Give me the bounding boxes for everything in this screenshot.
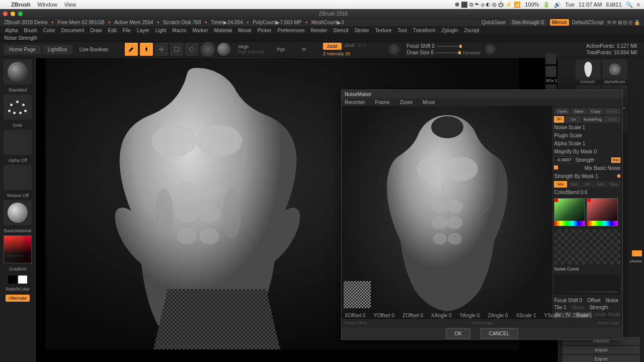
window-menu[interactable]: Window [38,2,57,8]
export-button[interactable]: Export [562,355,640,362]
alpha-preview[interactable] [554,229,620,264]
alpha-scale-slider[interactable]: Alpha Scale 1 [554,140,620,147]
zcut-button[interactable]: Zcut [358,43,367,50]
tool-alphabrush[interactable] [602,59,627,79]
nm-save[interactable]: Save [571,108,587,115]
menus-toggle[interactable]: Menus [550,19,569,26]
seethrough-slider[interactable]: See-through 0 [509,19,546,26]
liveboolean-button[interactable]: Live Boolean [74,45,114,54]
zoom-icon[interactable] [18,12,23,16]
rotate-icon[interactable] [185,43,198,56]
colorblend-slider[interactable]: ColorBlend 0.6 [554,189,620,196]
quicksave-button[interactable]: QuickSave [481,20,506,25]
color-swatch-2[interactable] [587,198,618,226]
zoffset-slider[interactable]: ZOffset 0 [403,313,423,318]
blend-mix[interactable]: Mix [554,181,567,188]
menu-tool[interactable]: Tool [397,28,407,33]
menu-color[interactable]: Color [43,28,55,33]
draw-mode-icon[interactable] [140,43,153,56]
edit-mode-icon[interactable] [125,43,138,56]
menu-render[interactable]: Render [311,28,328,33]
menu-layer[interactable]: Layer [137,28,149,33]
rel-button[interactable]: Rel [611,157,620,163]
noise-scale-slider[interactable]: Noise Scale 1 [554,124,620,131]
rgb-button[interactable]: Rgb [277,47,285,52]
nm-steps[interactable]: Steps [572,305,585,310]
draw-size-slider[interactable]: Draw Size 6 [407,50,434,55]
brush-thumb[interactable] [4,59,32,84]
blend-dif[interactable]: Dif [581,181,594,188]
zangle-slider[interactable]: ZAngle 0 [488,313,508,318]
gradient-label[interactable]: Gradient [9,266,27,272]
nm-open[interactable]: Open [554,108,570,115]
menu-preferences[interactable]: Preferences [278,28,305,33]
size-dial-icon[interactable] [485,44,496,55]
z-intensity-slider[interactable]: Z Intensity 25 [323,51,366,56]
menu-icon[interactable]: ≡ [637,2,640,8]
menu-file[interactable]: File [123,28,131,33]
nm-noiseplug[interactable]: NoisePlug [583,116,603,123]
menu-document[interactable]: Document [61,28,85,33]
mix-basic-toggle[interactable]: Mix Basic Noise [554,165,620,171]
blend-mul[interactable]: Mul [568,181,581,188]
reset-angle[interactable]: Reset Angle [471,321,493,325]
noise-curve-editor[interactable] [554,275,620,295]
menu-zscript[interactable]: Zscript [464,28,479,33]
user[interactable]: Edit11 [606,2,621,8]
home-button[interactable]: Home Page [4,45,41,54]
menu-stencil[interactable]: Stencil [333,28,348,33]
menu-alpha[interactable]: Alpha [5,28,18,33]
close-icon[interactable] [3,12,8,16]
side-tool-2[interactable] [545,66,556,77]
zscale-slider[interactable]: ZScale 1 [573,313,592,318]
m-button[interactable]: M [302,47,306,52]
nm-strength2[interactable]: Strength [589,305,608,310]
blend-max[interactable]: Max [607,181,620,188]
pattern-thumbnail[interactable] [344,281,371,308]
zsub-button[interactable]: Zsub [345,43,355,50]
alpha-thumb[interactable] [4,130,32,155]
dynamic-toggle[interactable]: Dynamic [463,50,480,55]
nm-focal[interactable]: Focal Shift 0 [554,298,582,303]
strength-input[interactable] [554,156,574,163]
scale-icon[interactable] [170,43,183,56]
applynoise-button[interactable] [632,250,642,256]
yoffset-slider[interactable]: YOffset 0 [374,313,395,318]
zadd-button[interactable]: Zadd [323,43,342,50]
blend-min[interactable]: Min [594,181,607,188]
noisemaker-preview[interactable] [342,106,552,322]
nm-paste[interactable]: Paste [605,108,620,115]
nm-recenter[interactable]: Recenter [345,100,365,105]
spix-label[interactable]: SPix 3 [545,78,557,83]
stroke-thumb[interactable] [4,95,32,120]
reset-offset[interactable]: Reset Offset [345,321,367,325]
nm-frame[interactable]: Frame [375,100,390,105]
xoffset-slider[interactable]: XOffset 0 [345,313,366,318]
focal-shift-slider[interactable]: Focal Shift 0 [407,43,435,49]
search-icon[interactable]: 🔍 [626,2,633,8]
swatch-black[interactable] [8,276,17,284]
menu-transform[interactable]: Transform [413,28,435,33]
sphere-icon[interactable] [217,43,230,56]
menu-stroke[interactable]: Stroke [354,28,369,33]
nm-copy[interactable]: Copy [588,108,603,115]
side-tool-1[interactable] [545,53,556,64]
nm-offset[interactable]: Offset [587,298,601,303]
swatch-white[interactable] [18,276,27,284]
nm-3d-toggle[interactable]: 3D [554,116,564,123]
magnify-mask-slider[interactable]: Magnify By Mask 0 [554,148,620,155]
strength-mask-slider[interactable]: Strength By Mask 1 [554,173,620,179]
minimize-icon[interactable] [11,12,15,16]
alternate-button[interactable]: Alternate [6,295,30,302]
menu-movie[interactable]: Movie [238,28,252,33]
menu-light[interactable]: Light [155,28,167,33]
menu-draw[interactable]: Draw [90,28,102,33]
nm-uv[interactable]: Uv [565,116,582,123]
focal-dial-icon[interactable] [388,44,399,55]
import-button[interactable]: Import [562,346,640,354]
menu-edit[interactable]: Edit [108,28,117,33]
color-swatch-1[interactable] [554,198,585,226]
battery[interactable]: 100% [525,2,539,8]
tool-extract1[interactable] [576,59,601,79]
reset-scale[interactable]: Reset Scale [598,321,619,325]
